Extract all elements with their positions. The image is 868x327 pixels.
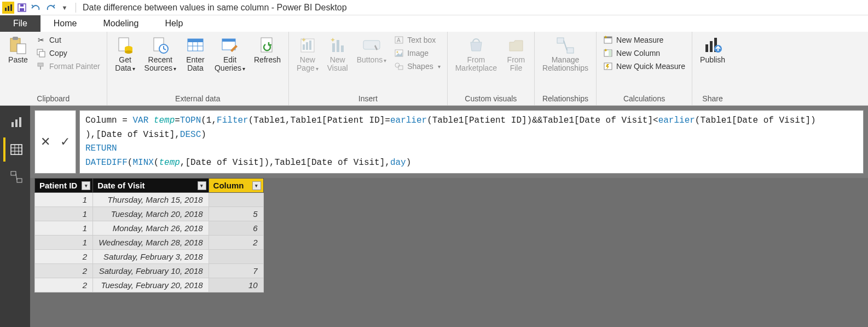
group-label-share: Share: [697, 93, 728, 104]
edit-queries-label: EditQueries: [215, 56, 245, 73]
refresh-button[interactable]: Refresh: [251, 34, 284, 66]
svg-rect-12: [40, 66, 41, 70]
ribbon: Paste ✂ Cut Copy Format Painter: [0, 32, 868, 106]
svg-rect-65: [11, 171, 16, 175]
copy-button[interactable]: Copy: [34, 47, 102, 59]
column-header-column[interactable]: Column▾: [209, 179, 263, 193]
cell-date[interactable]: Wednesday, March 28, 2018: [93, 236, 209, 250]
recent-sources-icon: [151, 36, 170, 55]
new-visual-label: NewVisual: [327, 56, 348, 73]
publish-label: Publish: [700, 56, 725, 64]
cell-column[interactable]: 6: [209, 221, 263, 236]
cell-date[interactable]: Monday, March 26, 2018: [93, 221, 209, 236]
from-file-button[interactable]: FromFile: [502, 34, 530, 75]
table-row[interactable]: 1Monday, March 26, 20186: [35, 221, 264, 236]
table-row[interactable]: 2Saturday, February 10, 20187: [35, 264, 264, 278]
edit-queries-button[interactable]: EditQueries: [211, 34, 248, 75]
image-button[interactable]: Image: [392, 47, 442, 59]
tab-help[interactable]: Help: [152, 15, 196, 32]
cell-date[interactable]: Thursday, March 15, 2018: [93, 193, 209, 207]
cut-label: Cut: [49, 36, 61, 44]
nav-model-view[interactable]: [3, 165, 27, 189]
new-page-icon: ✦: [298, 36, 317, 55]
filter-icon[interactable]: ▾: [198, 181, 206, 190]
cell-column[interactable]: [209, 250, 263, 264]
cell-patient-id[interactable]: 2: [35, 250, 93, 264]
new-visual-button[interactable]: ✦ NewVisual: [324, 34, 351, 75]
formula-input[interactable]: Column = VAR temp=TOPN(1,Filter(Table1,T…: [79, 110, 864, 174]
cell-date[interactable]: Tuesday, February 20, 2018: [93, 278, 209, 292]
svg-text:✦: ✦: [301, 37, 306, 44]
cell-patient-id[interactable]: 1: [35, 193, 93, 207]
new-page-label: NewPage: [297, 56, 319, 73]
enter-data-button[interactable]: EnterData: [182, 34, 209, 75]
cell-date[interactable]: Tuesday, March 20, 2018: [93, 207, 209, 221]
new-column-button[interactable]: ✦ New Column: [601, 47, 687, 59]
new-quick-measure-button[interactable]: New Quick Measure: [601, 60, 687, 72]
shapes-button[interactable]: Shapes: [392, 60, 442, 72]
paste-icon: [9, 36, 27, 55]
tab-home[interactable]: Home: [40, 15, 90, 32]
copy-icon: [36, 48, 46, 58]
qat-customize-button[interactable]: ▼: [58, 1, 71, 14]
svg-rect-28: [303, 44, 305, 50]
table-row[interactable]: 1Tuesday, March 20, 20185: [35, 207, 264, 221]
cell-patient-id[interactable]: 1: [35, 221, 93, 236]
formula-bar: ✕ ✓ Column = VAR temp=TOPN(1,Filter(Tabl…: [30, 106, 868, 178]
column-header-patient-id[interactable]: Patient ID▾: [35, 179, 93, 193]
nav-report-view[interactable]: [3, 110, 27, 134]
publish-button[interactable]: Publish: [697, 34, 728, 66]
image-icon: [394, 48, 404, 58]
cell-date[interactable]: Saturday, February 3, 2018: [93, 250, 209, 264]
cell-patient-id[interactable]: 2: [35, 264, 93, 278]
formula-commit-button[interactable]: ✓: [60, 135, 70, 149]
text-box-button[interactable]: A Text box: [392, 34, 442, 46]
cell-date[interactable]: Saturday, February 10, 2018: [93, 264, 209, 278]
nav-data-view[interactable]: [3, 137, 27, 162]
cell-column[interactable]: 7: [209, 264, 263, 278]
cell-patient-id[interactable]: 2: [35, 278, 93, 292]
tab-file[interactable]: File: [0, 15, 40, 32]
table-row[interactable]: 2Saturday, February 3, 2018: [35, 250, 264, 264]
new-visual-icon: ✦: [328, 36, 347, 55]
qat-save-button[interactable]: [15, 1, 28, 14]
svg-line-67: [16, 174, 17, 180]
table-row[interactable]: 1Thursday, March 15, 2018: [35, 193, 264, 207]
svg-line-45: [564, 41, 567, 50]
svg-rect-10: [39, 51, 45, 57]
cut-button[interactable]: ✂ Cut: [34, 34, 102, 46]
recent-sources-button[interactable]: RecentSources: [141, 34, 180, 75]
content-area: ✕ ✓ Column = VAR temp=TOPN(1,Filter(Tabl…: [30, 106, 868, 327]
new-measure-button[interactable]: ✦ New Measure: [601, 34, 687, 46]
cell-column[interactable]: 10: [209, 278, 263, 292]
qat-redo-button[interactable]: [44, 1, 57, 14]
filter-icon[interactable]: ▾: [82, 181, 90, 190]
new-column-label: New Column: [616, 49, 660, 58]
filter-icon[interactable]: ▾: [252, 181, 261, 190]
ribbon-group-calculations: ✦ New Measure ✦ New Column New Quick Mea…: [597, 32, 692, 105]
cell-column[interactable]: 5: [209, 207, 263, 221]
table-row[interactable]: 1Wednesday, March 28, 20182: [35, 236, 264, 250]
data-grid[interactable]: Patient ID▾ Date of Visit▾ Column▾ 1Thur…: [34, 178, 868, 292]
column-header-date-of-visit[interactable]: Date of Visit▾: [93, 179, 209, 193]
svg-text:✦: ✦: [330, 37, 335, 44]
cell-column[interactable]: 2: [209, 236, 263, 250]
format-painter-icon: [36, 61, 46, 71]
cell-column[interactable]: [209, 193, 263, 207]
cell-patient-id[interactable]: 1: [35, 236, 93, 250]
cell-patient-id[interactable]: 1: [35, 207, 93, 221]
manage-relationships-button[interactable]: ManageRelationships: [539, 34, 592, 75]
formula-cancel-button[interactable]: ✕: [40, 135, 50, 149]
get-data-button[interactable]: GetData: [112, 34, 139, 75]
svg-point-40: [397, 51, 398, 53]
qat-undo-button[interactable]: [30, 1, 43, 14]
format-painter-button[interactable]: Format Painter: [34, 60, 102, 72]
paste-button[interactable]: Paste: [4, 34, 32, 66]
tab-modeling[interactable]: Modeling: [90, 15, 152, 32]
from-marketplace-button[interactable]: FromMarketplace: [452, 34, 500, 75]
table-row[interactable]: 2Tuesday, February 20, 201810: [35, 278, 264, 292]
svg-rect-4: [20, 8, 24, 11]
buttons-button[interactable]: Buttons: [354, 34, 390, 66]
new-page-button[interactable]: ✦ NewPage: [293, 34, 322, 75]
relationships-icon: [556, 36, 575, 55]
